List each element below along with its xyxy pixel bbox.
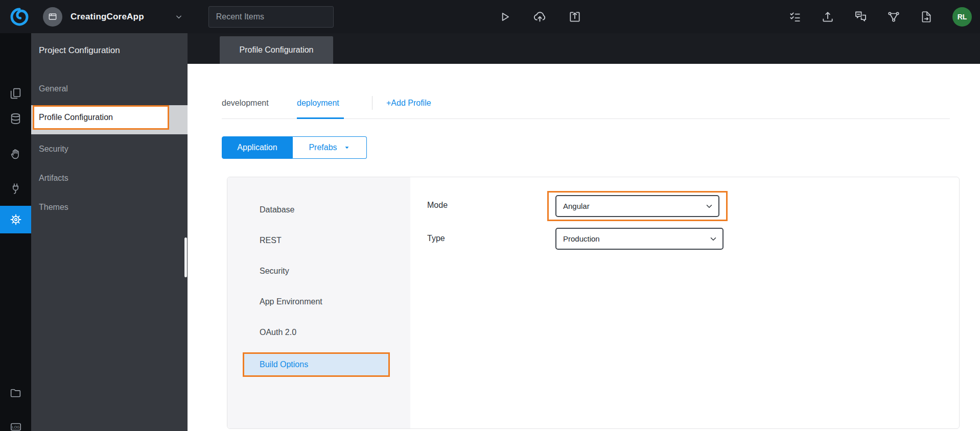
sidebar-item-profile-configuration[interactable]: Profile Configuration <box>31 105 188 134</box>
logs-icon[interactable]: LOG <box>0 417 31 431</box>
app-name[interactable]: CreatingCoreApp <box>71 12 144 22</box>
active-tab-underline <box>297 117 344 119</box>
project-config-sidebar: Project Configuration General Profile Co… <box>31 33 188 431</box>
mode-select-value: Angular <box>563 202 590 210</box>
subnav-item-database[interactable]: Database <box>227 195 410 225</box>
subnav-item-app-environment[interactable]: App Environment <box>227 286 410 317</box>
main-content: development deployment +Add Profile Appl… <box>188 64 980 431</box>
editor-tabstrip: Profile Configuration <box>188 33 980 64</box>
api-plug-icon[interactable] <box>0 178 31 199</box>
prefabs-chevron-icon <box>343 144 351 151</box>
folder-icon[interactable] <box>0 382 31 403</box>
sidebar-scrollbar[interactable] <box>184 237 187 277</box>
chevron-down-icon <box>709 234 718 244</box>
recent-items-input[interactable] <box>208 6 334 28</box>
sidebar-item-highlight[interactable]: Profile Configuration <box>33 105 169 130</box>
checklist-icon[interactable] <box>788 10 802 23</box>
logs-icon-label: LOG <box>12 425 19 429</box>
network-branch-icon[interactable] <box>887 10 900 23</box>
run-icon[interactable] <box>498 10 511 23</box>
mode-label: Mode <box>427 201 448 210</box>
type-label: Type <box>427 234 445 243</box>
subnav-item-build-options[interactable]: Build Options <box>227 348 410 378</box>
database-icon[interactable] <box>0 108 31 129</box>
tab-profile-configuration[interactable]: Profile Configuration <box>220 36 333 64</box>
sidebar-item-themes[interactable]: Themes <box>31 193 188 222</box>
tab-separator <box>372 96 372 110</box>
settings-gear-icon[interactable] <box>0 206 31 233</box>
export-app-icon[interactable] <box>568 10 581 23</box>
chevron-down-icon <box>705 202 714 211</box>
subnav-item-oauth[interactable]: OAuth 2.0 <box>227 317 410 348</box>
project-icon[interactable] <box>43 7 62 27</box>
mode-select[interactable]: Angular <box>555 195 719 217</box>
prefabs-button[interactable]: Prefabs <box>293 136 367 159</box>
left-icon-rail: LOG <box>0 33 31 431</box>
sidebar-title: Project Configuration <box>31 33 188 56</box>
avatar[interactable]: RL <box>952 7 972 27</box>
publish-icon[interactable] <box>821 10 834 23</box>
mode-select-highlight: Angular <box>547 191 728 221</box>
deploy-cloud-icon[interactable] <box>533 10 547 23</box>
header-run-actions <box>498 0 581 33</box>
add-profile-button[interactable]: +Add Profile <box>386 95 431 111</box>
pages-icon[interactable] <box>0 83 31 103</box>
build-options-highlight[interactable]: Build Options <box>243 352 390 377</box>
chevron-down-icon[interactable] <box>174 12 184 22</box>
file-export-icon[interactable] <box>920 10 933 23</box>
settings-subnav: Database REST Security App Environment O… <box>227 177 410 428</box>
prefabs-button-label: Prefabs <box>309 143 337 152</box>
wavemaker-logo-icon[interactable] <box>9 7 30 27</box>
translate-chat-icon[interactable] <box>854 10 868 23</box>
subnav-item-rest[interactable]: REST <box>227 225 410 256</box>
sidebar-list: General Profile Configuration Security A… <box>31 74 188 222</box>
application-button[interactable]: Application <box>222 136 293 159</box>
type-select-value: Production <box>563 234 600 243</box>
sidebar-item-general[interactable]: General <box>31 74 188 103</box>
header-tools: RL <box>788 0 972 33</box>
sidebar-item-artifacts[interactable]: Artifacts <box>31 163 188 193</box>
top-header: CreatingCoreApp <box>0 0 980 33</box>
hand-services-icon[interactable] <box>0 143 31 164</box>
profile-tab-deployment[interactable]: deployment <box>297 95 339 111</box>
scope-toggle: Application Prefabs <box>222 136 367 159</box>
profile-tab-development[interactable]: development <box>222 95 269 111</box>
settings-card: Database REST Security App Environment O… <box>227 177 960 429</box>
type-select[interactable]: Production <box>555 228 724 250</box>
subnav-item-security[interactable]: Security <box>227 256 410 286</box>
sidebar-item-security[interactable]: Security <box>31 134 188 163</box>
